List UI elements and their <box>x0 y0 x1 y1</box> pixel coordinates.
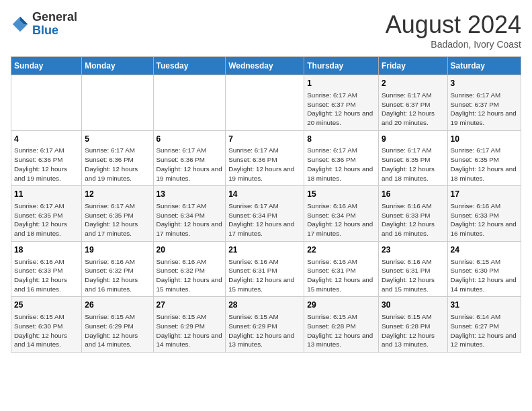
day-info: Sunrise: 6:17 AMSunset: 6:36 PMDaylight:… <box>85 146 150 183</box>
day-info: Sunrise: 6:17 AMSunset: 6:35 PMDaylight:… <box>14 201 79 238</box>
day-number: 13 <box>157 189 223 200</box>
page-header: General Blue August 2024 Badadon, Ivory … <box>11 11 521 50</box>
day-number: 21 <box>228 244 301 256</box>
day-number: 6 <box>157 134 223 145</box>
day-number: 24 <box>451 244 518 256</box>
calendar-cell: 20Sunrise: 6:16 AMSunset: 6:32 PMDayligh… <box>153 241 226 297</box>
day-number: 2 <box>382 78 445 89</box>
header-tuesday: Tuesday <box>153 57 226 75</box>
calendar-cell: 27Sunrise: 6:15 AMSunset: 6:29 PMDayligh… <box>153 297 226 353</box>
calendar-cell: 31Sunrise: 6:14 AMSunset: 6:27 PMDayligh… <box>447 297 521 353</box>
day-number: 29 <box>307 300 375 311</box>
location-subtitle: Badadon, Ivory Coast <box>386 39 521 50</box>
day-info: Sunrise: 6:14 AMSunset: 6:27 PMDaylight:… <box>451 312 518 349</box>
day-info: Sunrise: 6:16 AMSunset: 6:32 PMDaylight:… <box>85 257 150 294</box>
day-info: Sunrise: 6:16 AMSunset: 6:31 PMDaylight:… <box>382 257 445 294</box>
calendar-cell: 3Sunrise: 6:17 AMSunset: 6:37 PMDaylight… <box>447 75 521 131</box>
day-info: Sunrise: 6:15 AMSunset: 6:30 PMDaylight:… <box>451 257 518 294</box>
day-info: Sunrise: 6:15 AMSunset: 6:28 PMDaylight:… <box>382 312 445 349</box>
day-info: Sunrise: 6:17 AMSunset: 6:35 PMDaylight:… <box>382 146 445 183</box>
day-number: 5 <box>85 134 150 145</box>
day-info: Sunrise: 6:16 AMSunset: 6:32 PMDaylight:… <box>157 257 223 294</box>
calendar-cell: 1Sunrise: 6:17 AMSunset: 6:37 PMDaylight… <box>304 75 379 131</box>
calendar-cell: 9Sunrise: 6:17 AMSunset: 6:35 PMDaylight… <box>378 130 447 186</box>
calendar-cell: 23Sunrise: 6:16 AMSunset: 6:31 PMDayligh… <box>378 241 447 297</box>
day-info: Sunrise: 6:17 AMSunset: 6:34 PMDaylight:… <box>228 201 301 238</box>
day-info: Sunrise: 6:16 AMSunset: 6:31 PMDaylight:… <box>307 257 375 294</box>
week-row-2: 4Sunrise: 6:17 AMSunset: 6:36 PMDaylight… <box>11 130 521 186</box>
day-number: 15 <box>307 189 375 200</box>
day-info: Sunrise: 6:17 AMSunset: 6:34 PMDaylight:… <box>157 201 223 238</box>
logo-blue-text: Blue <box>32 24 58 37</box>
header-row: Sunday Monday Tuesday Wednesday Thursday… <box>11 57 521 75</box>
day-number: 23 <box>382 244 445 256</box>
week-row-1: 1Sunrise: 6:17 AMSunset: 6:37 PMDaylight… <box>11 75 521 131</box>
calendar-cell <box>153 75 226 131</box>
logo-icon <box>11 15 30 34</box>
day-number: 27 <box>157 300 223 311</box>
day-number: 8 <box>307 134 375 145</box>
calendar-cell <box>82 75 153 131</box>
day-number: 28 <box>228 300 301 311</box>
day-info: Sunrise: 6:17 AMSunset: 6:36 PMDaylight:… <box>307 146 375 183</box>
day-info: Sunrise: 6:15 AMSunset: 6:29 PMDaylight:… <box>157 312 223 349</box>
day-number: 3 <box>451 78 518 89</box>
calendar-cell: 30Sunrise: 6:15 AMSunset: 6:28 PMDayligh… <box>378 297 447 353</box>
calendar-cell: 17Sunrise: 6:16 AMSunset: 6:33 PMDayligh… <box>447 186 521 242</box>
calendar-cell: 16Sunrise: 6:16 AMSunset: 6:33 PMDayligh… <box>378 186 447 242</box>
day-info: Sunrise: 6:16 AMSunset: 6:31 PMDaylight:… <box>228 257 301 294</box>
calendar-cell: 26Sunrise: 6:15 AMSunset: 6:29 PMDayligh… <box>82 297 153 353</box>
calendar-cell: 25Sunrise: 6:15 AMSunset: 6:30 PMDayligh… <box>11 297 82 353</box>
day-info: Sunrise: 6:17 AMSunset: 6:37 PMDaylight:… <box>382 91 445 128</box>
calendar-cell: 29Sunrise: 6:15 AMSunset: 6:28 PMDayligh… <box>304 297 379 353</box>
day-info: Sunrise: 6:15 AMSunset: 6:29 PMDaylight:… <box>85 312 150 349</box>
day-info: Sunrise: 6:17 AMSunset: 6:37 PMDaylight:… <box>451 91 518 128</box>
day-info: Sunrise: 6:17 AMSunset: 6:37 PMDaylight:… <box>307 91 375 128</box>
day-number: 9 <box>382 134 445 145</box>
header-monday: Monday <box>82 57 153 75</box>
day-number: 10 <box>451 134 518 145</box>
day-number: 1 <box>307 78 375 89</box>
day-info: Sunrise: 6:17 AMSunset: 6:36 PMDaylight:… <box>14 146 79 183</box>
calendar-cell: 2Sunrise: 6:17 AMSunset: 6:37 PMDaylight… <box>378 75 447 131</box>
day-number: 18 <box>14 244 79 256</box>
logo-general-text: General <box>32 10 77 24</box>
day-info: Sunrise: 6:17 AMSunset: 6:36 PMDaylight:… <box>228 146 301 183</box>
title-block: August 2024 Badadon, Ivory Coast <box>386 11 521 50</box>
day-number: 25 <box>14 300 79 311</box>
calendar-cell: 13Sunrise: 6:17 AMSunset: 6:34 PMDayligh… <box>153 186 226 242</box>
calendar-cell: 5Sunrise: 6:17 AMSunset: 6:36 PMDaylight… <box>82 130 153 186</box>
day-number: 14 <box>228 189 301 200</box>
day-number: 16 <box>382 189 445 200</box>
day-number: 20 <box>157 244 223 256</box>
calendar-cell: 11Sunrise: 6:17 AMSunset: 6:35 PMDayligh… <box>11 186 82 242</box>
calendar-cell: 12Sunrise: 6:17 AMSunset: 6:35 PMDayligh… <box>82 186 153 242</box>
day-info: Sunrise: 6:15 AMSunset: 6:29 PMDaylight:… <box>228 312 301 349</box>
logo: General Blue <box>11 11 77 38</box>
week-row-3: 11Sunrise: 6:17 AMSunset: 6:35 PMDayligh… <box>11 186 521 242</box>
day-number: 31 <box>451 300 518 311</box>
calendar-header: Sunday Monday Tuesday Wednesday Thursday… <box>11 57 521 75</box>
week-row-4: 18Sunrise: 6:16 AMSunset: 6:33 PMDayligh… <box>11 241 521 297</box>
day-number: 7 <box>228 134 301 145</box>
calendar-cell: 24Sunrise: 6:15 AMSunset: 6:30 PMDayligh… <box>447 241 521 297</box>
day-info: Sunrise: 6:16 AMSunset: 6:33 PMDaylight:… <box>14 257 79 294</box>
calendar-cell <box>11 75 82 131</box>
calendar-cell: 15Sunrise: 6:16 AMSunset: 6:34 PMDayligh… <box>304 186 379 242</box>
calendar-cell: 19Sunrise: 6:16 AMSunset: 6:32 PMDayligh… <box>82 241 153 297</box>
day-number: 12 <box>85 189 150 200</box>
day-number: 17 <box>451 189 518 200</box>
calendar-cell: 7Sunrise: 6:17 AMSunset: 6:36 PMDaylight… <box>226 130 304 186</box>
header-saturday: Saturday <box>447 57 521 75</box>
day-info: Sunrise: 6:15 AMSunset: 6:28 PMDaylight:… <box>307 312 375 349</box>
day-info: Sunrise: 6:17 AMSunset: 6:36 PMDaylight:… <box>157 146 223 183</box>
calendar-cell: 6Sunrise: 6:17 AMSunset: 6:36 PMDaylight… <box>153 130 226 186</box>
day-number: 26 <box>85 300 150 311</box>
day-info: Sunrise: 6:15 AMSunset: 6:30 PMDaylight:… <box>14 312 79 349</box>
header-thursday: Thursday <box>304 57 379 75</box>
header-sunday: Sunday <box>11 57 82 75</box>
day-info: Sunrise: 6:17 AMSunset: 6:35 PMDaylight:… <box>85 201 150 238</box>
calendar-cell: 8Sunrise: 6:17 AMSunset: 6:36 PMDaylight… <box>304 130 379 186</box>
calendar-cell: 18Sunrise: 6:16 AMSunset: 6:33 PMDayligh… <box>11 241 82 297</box>
calendar-body: 1Sunrise: 6:17 AMSunset: 6:37 PMDaylight… <box>11 75 521 353</box>
